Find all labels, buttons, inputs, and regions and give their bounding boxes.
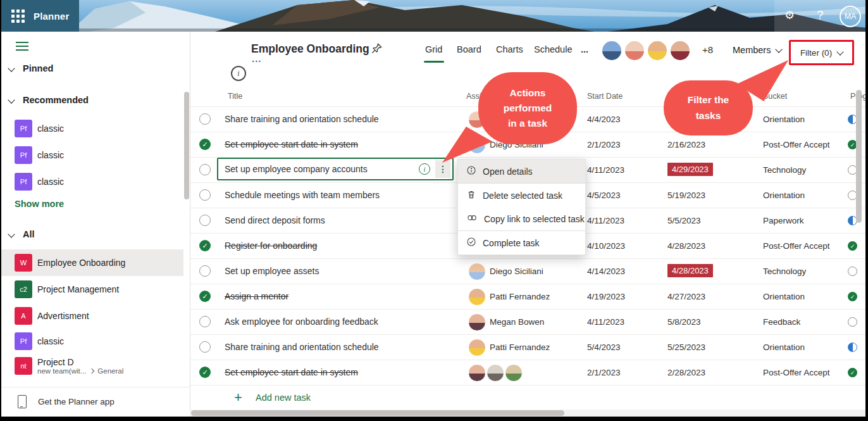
vertical-scrollbar[interactable]: [856, 90, 862, 223]
sidebar-item-recommended[interactable]: Pf classic: [0, 115, 183, 142]
due-date-cell[interactable]: 2/16/2023: [667, 140, 705, 149]
bucket-cell[interactable]: Technology: [763, 267, 806, 276]
task-title[interactable]: Share training and orientation schedule: [225, 342, 379, 352]
task-checkbox[interactable]: [199, 316, 211, 327]
start-date-cell[interactable]: 4/5/2023: [587, 191, 621, 200]
tab-grid[interactable]: Grid: [425, 44, 442, 54]
start-date-cell[interactable]: 4/11/2023: [587, 165, 624, 175]
due-date-cell[interactable]: 5/5/2023: [667, 216, 701, 225]
help-icon[interactable]: ?: [817, 8, 824, 22]
due-date-cell[interactable]: 4/28/2023: [667, 241, 705, 251]
table-row[interactable]: Ask employee for onboarding feedbackMega…: [190, 309, 868, 335]
due-date-cell[interactable]: 4/28/2023: [667, 264, 713, 277]
filter-dropdown[interactable]: Filter (0): [789, 40, 854, 65]
task-info-icon[interactable]: i: [419, 163, 430, 175]
tab-board[interactable]: Board: [457, 44, 481, 54]
settings-gear-icon[interactable]: ⚙: [784, 8, 795, 22]
pin-icon[interactable]: [371, 42, 383, 54]
column-header-start[interactable]: Start Date: [587, 92, 623, 101]
start-date-cell[interactable]: 4/19/2023: [587, 292, 625, 301]
bucket-cell[interactable]: Post-Offer Accept: [763, 368, 830, 377]
plan-info-icon[interactable]: i: [231, 66, 246, 81]
task-title[interactable]: Ask employee for onboarding feedback: [225, 317, 378, 327]
table-row[interactable]: Share training and orientation scheduleP…: [190, 334, 868, 360]
task-checkbox[interactable]: [199, 341, 211, 353]
waffle-menu-icon[interactable]: [11, 9, 25, 23]
progress-completed-icon[interactable]: ✓: [848, 241, 857, 251]
due-date-cell[interactable]: 4/29/2023: [667, 163, 713, 176]
account-avatar[interactable]: MA: [840, 6, 861, 27]
due-date-cell[interactable]: 5/8/2023: [667, 317, 701, 327]
sidebar-section-pinned[interactable]: Pinned: [9, 63, 53, 73]
bucket-cell[interactable]: Technology: [763, 165, 806, 175]
horizontal-scrollbar-thumb[interactable]: [191, 410, 564, 416]
bucket-cell[interactable]: Feedback: [763, 317, 800, 327]
task-complete-checkbox[interactable]: ✓: [199, 291, 211, 302]
task-checkbox[interactable]: [199, 113, 211, 125]
task-checkbox[interactable]: [199, 189, 211, 201]
bucket-cell[interactable]: Orientation: [763, 191, 805, 200]
menu-item-trash[interactable]: Delete selected task: [458, 184, 585, 207]
task-complete-checkbox[interactable]: ✓: [199, 367, 211, 378]
start-date-cell[interactable]: 2/1/2023: [587, 140, 621, 149]
bucket-cell[interactable]: Paperwork: [763, 216, 804, 225]
task-complete-checkbox[interactable]: ✓: [199, 139, 211, 150]
member-overflow-count[interactable]: +8: [702, 44, 713, 55]
menu-item-info[interactable]: Open details: [458, 160, 585, 184]
members-dropdown[interactable]: Members: [733, 45, 781, 55]
show-more-link[interactable]: Show more: [15, 199, 64, 209]
bucket-cell[interactable]: Orientation: [763, 292, 805, 301]
start-date-cell[interactable]: 4/4/2023: [587, 115, 621, 124]
sidebar-item-plan[interactable]: c2 Project Management: [0, 276, 183, 303]
task-title[interactable]: Set employee start date in system: [225, 367, 358, 377]
menu-item-link[interactable]: Copy link to selected task: [458, 207, 585, 231]
tab-schedule[interactable]: Schedule: [534, 44, 572, 54]
selected-task-box[interactable]: Set up employee company accounts i ⋮: [217, 158, 454, 180]
due-date-cell[interactable]: 5/19/2023: [667, 191, 705, 200]
table-row[interactable]: ✓Set employee start date in system2/1/20…: [190, 360, 868, 386]
task-checkbox[interactable]: [199, 265, 211, 277]
task-title[interactable]: Set employee start date in system: [225, 139, 358, 149]
get-planner-app-link[interactable]: Get the Planner app: [18, 395, 115, 408]
task-checkbox[interactable]: [199, 164, 211, 175]
task-title[interactable]: Register for onboarding: [225, 241, 317, 251]
due-date-cell[interactable]: 4/27/2023: [667, 292, 705, 301]
tab-charts[interactable]: Charts: [496, 44, 523, 54]
hamburger-menu-icon[interactable]: [16, 39, 28, 53]
task-title[interactable]: Set up employee assets: [225, 266, 319, 276]
due-date-cell[interactable]: 5/25/2023: [667, 342, 705, 352]
horizontal-scrollbar[interactable]: [190, 410, 868, 417]
sidebar-section-all[interactable]: All: [9, 229, 35, 239]
table-row[interactable]: ✓Assign a mentorPatti Fernandez4/19/2023…: [190, 284, 868, 310]
start-date-cell[interactable]: 2/1/2023: [587, 368, 621, 377]
progress-not-started-icon[interactable]: [848, 317, 857, 327]
task-more-icon[interactable]: ⋮: [435, 160, 450, 178]
start-date-cell[interactable]: 4/11/2023: [587, 317, 624, 327]
table-row[interactable]: Set up employee assetsDiego Siciliani4/1…: [190, 258, 868, 284]
plan-header-overflow[interactable]: ...: [252, 53, 262, 64]
sidebar-section-recommended[interactable]: Recommended: [9, 95, 89, 105]
sidebar-item-plan[interactable]: nt Project Dnew team(wit... General: [0, 350, 183, 382]
progress-in-progress-icon[interactable]: [848, 342, 857, 352]
sidebar-item-plan[interactable]: W Employee Onboarding: [0, 249, 183, 276]
column-header-title[interactable]: Title: [228, 92, 242, 101]
bucket-cell[interactable]: Post-Offer Accept: [763, 140, 830, 149]
sidebar-item-recommended[interactable]: Pf classic: [0, 142, 183, 168]
due-date-cell[interactable]: 2/28/2023: [667, 368, 705, 377]
bucket-cell[interactable]: Orientation: [763, 342, 805, 352]
task-title[interactable]: Send direct deposit forms: [225, 215, 325, 225]
progress-not-started-icon[interactable]: [848, 267, 857, 276]
progress-completed-icon[interactable]: ✓: [848, 292, 857, 301]
task-complete-checkbox[interactable]: ✓: [199, 240, 211, 251]
sidebar-scrollbar[interactable]: [184, 92, 189, 199]
start-date-cell[interactable]: 4/14/2023: [587, 267, 625, 276]
tabs-overflow[interactable]: ...: [581, 44, 588, 54]
task-checkbox[interactable]: [199, 215, 211, 226]
bucket-cell[interactable]: Post-Offer Accept: [763, 241, 830, 251]
bucket-cell[interactable]: Orientation: [763, 115, 805, 124]
sidebar-item-plan[interactable]: A Advertisment: [0, 303, 183, 329]
start-date-cell[interactable]: 4/10/2023: [587, 241, 625, 251]
start-date-cell[interactable]: 4/11/2023: [587, 216, 624, 225]
add-task-row[interactable]: + Add new task: [190, 385, 868, 410]
sidebar-item-recommended[interactable]: Pf classic: [0, 168, 183, 195]
